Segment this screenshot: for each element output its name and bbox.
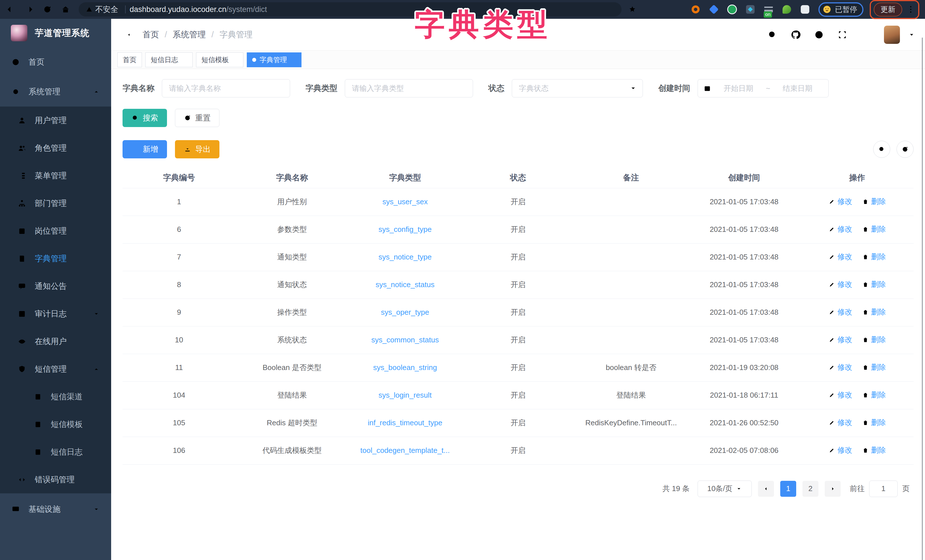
tab-dict[interactable]: 字典管理 bbox=[247, 53, 301, 67]
edit-link[interactable]: 修改 bbox=[829, 307, 852, 317]
bookmark-star-icon[interactable] bbox=[628, 5, 637, 14]
edit-link[interactable]: 修改 bbox=[829, 335, 852, 345]
sidebar-item-sms-template[interactable]: 短信模板 bbox=[0, 411, 111, 438]
delete-link[interactable]: 删除 bbox=[862, 307, 886, 317]
delete-link[interactable]: 删除 bbox=[862, 418, 886, 428]
extension-icon-5[interactable]: on bbox=[762, 3, 774, 16]
prev-page-button[interactable] bbox=[758, 481, 774, 497]
dict-type-link[interactable]: sys_common_status bbox=[371, 336, 439, 344]
address-bar[interactable]: 不安全 dashboard.yudao.iocoder.cn/system/di… bbox=[79, 2, 622, 17]
browser-back-icon[interactable] bbox=[6, 4, 16, 15]
dict-type-link[interactable]: inf_redis_timeout_type bbox=[368, 418, 443, 427]
edit-link[interactable]: 修改 bbox=[829, 197, 852, 206]
dict-type-input[interactable] bbox=[345, 79, 473, 98]
extension-icon-3[interactable] bbox=[726, 3, 738, 16]
delete-link[interactable]: 删除 bbox=[862, 390, 886, 400]
dict-type-link[interactable]: sys_user_sex bbox=[383, 197, 428, 206]
delete-link[interactable]: 删除 bbox=[862, 197, 886, 206]
sidebar-item-home[interactable]: 首页 bbox=[0, 47, 111, 77]
sidebar-item-dict[interactable]: 字典管理 bbox=[0, 245, 111, 272]
extension-icon-1[interactable] bbox=[690, 3, 702, 16]
dict-type-link[interactable]: tool_codegen_template_t... bbox=[360, 446, 450, 455]
font-size-icon[interactable] bbox=[860, 30, 871, 40]
extension-icon-2[interactable] bbox=[708, 3, 720, 16]
scrollbar[interactable] bbox=[922, 38, 923, 560]
fullscreen-icon[interactable] bbox=[837, 30, 848, 40]
edit-link[interactable]: 修改 bbox=[829, 224, 852, 234]
github-icon[interactable] bbox=[791, 30, 801, 40]
delete-link[interactable]: 删除 bbox=[862, 279, 886, 289]
sidebar-item-sms-channel[interactable]: 短信渠道 bbox=[0, 383, 111, 411]
date-range-picker[interactable]: 开始日期 ~ 结束日期 bbox=[698, 79, 829, 98]
close-icon[interactable] bbox=[291, 57, 296, 63]
search-button[interactable]: 搜索 bbox=[122, 109, 167, 127]
delete-link[interactable]: 删除 bbox=[862, 252, 886, 262]
goto-page-input[interactable] bbox=[869, 480, 898, 497]
edit-link[interactable]: 修改 bbox=[829, 445, 852, 455]
sidebar-item-error-code[interactable]: 错误码管理 bbox=[0, 466, 111, 493]
close-icon[interactable] bbox=[232, 57, 238, 63]
sidebar-item-system[interactable]: 系统管理 bbox=[0, 77, 111, 107]
add-button[interactable]: 新增 bbox=[122, 140, 167, 158]
sidebar-item-sms[interactable]: 短信管理 bbox=[0, 355, 111, 383]
update-button[interactable]: 更新 bbox=[874, 3, 902, 17]
edit-link[interactable]: 修改 bbox=[829, 362, 852, 372]
avatar-caret-icon[interactable] bbox=[908, 31, 915, 38]
edit-link[interactable]: 修改 bbox=[829, 279, 852, 289]
sidebar-item-infra[interactable]: 基础设施 bbox=[0, 493, 111, 525]
page-button-2[interactable]: 2 bbox=[803, 481, 818, 497]
extension-icon-6[interactable] bbox=[781, 3, 793, 16]
user-avatar[interactable] bbox=[884, 26, 900, 44]
close-icon[interactable] bbox=[182, 57, 187, 63]
extensions-puzzle-icon[interactable] bbox=[799, 3, 811, 16]
tab-sms-template[interactable]: 短信模板 bbox=[196, 53, 243, 67]
security-warning-icon[interactable] bbox=[86, 6, 93, 13]
dict-type-link[interactable]: sys_login_result bbox=[378, 391, 431, 399]
delete-link[interactable]: 删除 bbox=[862, 224, 886, 234]
dict-type-link[interactable]: sys_notice_status bbox=[375, 280, 435, 289]
date-end-placeholder[interactable]: 结束日期 bbox=[773, 83, 823, 93]
sidebar-item-menu[interactable]: 菜单管理 bbox=[0, 162, 111, 190]
sidebar-item-role[interactable]: 角色管理 bbox=[0, 134, 111, 162]
sidebar-item-online-user[interactable]: 在线用户 bbox=[0, 328, 111, 355]
sidebar-item-user[interactable]: 用户管理 bbox=[0, 107, 111, 134]
browser-home-icon[interactable] bbox=[60, 4, 71, 15]
date-start-placeholder[interactable]: 开始日期 bbox=[713, 83, 764, 93]
sidebar-collapse-icon[interactable] bbox=[121, 30, 131, 40]
sidebar-item-dept[interactable]: 部门管理 bbox=[0, 190, 111, 217]
edit-link[interactable]: 修改 bbox=[829, 390, 852, 400]
breadcrumb-system[interactable]: 系统管理 bbox=[173, 29, 206, 41]
browser-forward-icon[interactable] bbox=[24, 4, 34, 15]
tab-home[interactable]: 首页 bbox=[118, 53, 142, 67]
delete-link[interactable]: 删除 bbox=[862, 362, 886, 372]
refresh-table-button[interactable] bbox=[896, 141, 914, 158]
next-page-button[interactable] bbox=[825, 481, 841, 497]
browser-menu-kebab-icon[interactable] bbox=[906, 5, 915, 14]
sidebar-item-audit-log[interactable]: 审计日志 bbox=[0, 300, 111, 328]
status-select[interactable]: 字典状态 bbox=[512, 79, 643, 98]
page-size-select[interactable]: 10条/页 bbox=[698, 480, 752, 497]
edit-link[interactable]: 修改 bbox=[829, 252, 852, 262]
dict-type-link[interactable]: sys_config_type bbox=[378, 225, 431, 233]
export-button[interactable]: 导出 bbox=[175, 140, 219, 158]
sidebar-item-post[interactable]: 岗位管理 bbox=[0, 217, 111, 245]
dict-type-link[interactable]: sys_boolean_string bbox=[373, 363, 437, 372]
dict-name-input[interactable] bbox=[162, 79, 290, 98]
tab-sms-log[interactable]: 短信日志 bbox=[145, 53, 193, 67]
sidebar-item-sms-log[interactable]: 短信日志 bbox=[0, 438, 111, 466]
edit-link[interactable]: 修改 bbox=[829, 418, 852, 428]
sidebar-item-notice[interactable]: 通知公告 bbox=[0, 272, 111, 300]
page-button-1[interactable]: 1 bbox=[780, 481, 796, 497]
delete-link[interactable]: 删除 bbox=[862, 335, 886, 345]
paused-profile-chip[interactable]: 已暂停 bbox=[818, 2, 863, 17]
show-search-toggle-button[interactable] bbox=[873, 141, 890, 158]
dict-type-link[interactable]: sys_notice_type bbox=[378, 253, 431, 261]
reset-button[interactable]: 重置 bbox=[175, 109, 219, 127]
help-icon[interactable] bbox=[814, 30, 824, 40]
search-icon[interactable] bbox=[767, 30, 777, 40]
extension-icon-4[interactable] bbox=[744, 3, 756, 16]
breadcrumb-home[interactable]: 首页 bbox=[143, 29, 159, 41]
app-logo-area[interactable]: 芋道管理系统 bbox=[0, 19, 111, 47]
delete-link[interactable]: 删除 bbox=[862, 445, 886, 455]
browser-reload-icon[interactable] bbox=[42, 4, 53, 15]
